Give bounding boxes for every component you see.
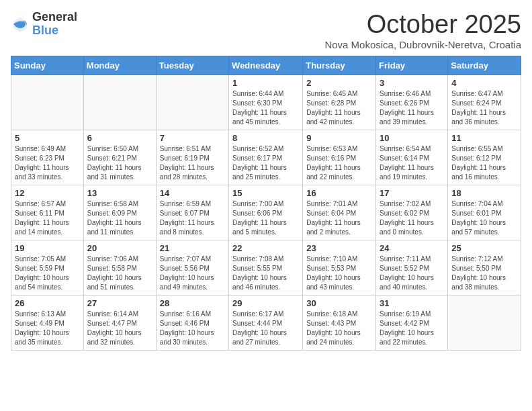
- day-info: Sunrise: 6:45 AM Sunset: 6:28 PM Dayligh…: [306, 89, 372, 127]
- calendar-day-cell: 26Sunrise: 6:13 AM Sunset: 4:49 PM Dayli…: [11, 295, 84, 350]
- calendar-day-cell: 30Sunrise: 6:18 AM Sunset: 4:43 PM Dayli…: [303, 295, 376, 350]
- calendar-day-cell: 20Sunrise: 7:06 AM Sunset: 5:58 PM Dayli…: [83, 240, 156, 295]
- month-title: October 2025: [324, 11, 521, 39]
- day-info: Sunrise: 7:00 AM Sunset: 6:06 PM Dayligh…: [232, 199, 299, 237]
- calendar-day-cell: 8Sunrise: 6:52 AM Sunset: 6:17 PM Daylig…: [229, 130, 303, 185]
- day-number: 29: [232, 298, 299, 308]
- weekday-header: Friday: [376, 56, 448, 75]
- calendar-day-cell: 15Sunrise: 7:00 AM Sunset: 6:06 PM Dayli…: [229, 185, 303, 240]
- day-info: Sunrise: 7:02 AM Sunset: 6:02 PM Dayligh…: [380, 199, 444, 237]
- day-number: 2: [306, 78, 372, 88]
- day-info: Sunrise: 7:10 AM Sunset: 5:53 PM Dayligh…: [306, 255, 372, 292]
- calendar-day-cell: [156, 75, 228, 130]
- day-number: 5: [15, 133, 80, 143]
- calendar-day-cell: 31Sunrise: 6:19 AM Sunset: 4:42 PM Dayli…: [376, 295, 448, 350]
- calendar-table: SundayMondayTuesdayWednesdayThursdayFrid…: [11, 56, 521, 351]
- calendar-day-cell: 17Sunrise: 7:02 AM Sunset: 6:02 PM Dayli…: [376, 185, 448, 240]
- day-number: 13: [87, 188, 152, 198]
- day-number: 7: [160, 133, 225, 143]
- logo: General Blue: [11, 11, 77, 38]
- page-header: General Blue October 2025 Nova Mokosica,…: [11, 11, 521, 50]
- day-number: 4: [451, 78, 517, 88]
- day-info: Sunrise: 6:57 AM Sunset: 6:11 PM Dayligh…: [15, 199, 80, 237]
- calendar-day-cell: 7Sunrise: 6:51 AM Sunset: 6:19 PM Daylig…: [156, 130, 228, 185]
- calendar-day-cell: 9Sunrise: 6:53 AM Sunset: 6:16 PM Daylig…: [303, 130, 376, 185]
- day-number: 8: [232, 133, 299, 143]
- calendar-day-cell: 12Sunrise: 6:57 AM Sunset: 6:11 PM Dayli…: [11, 185, 84, 240]
- day-info: Sunrise: 6:53 AM Sunset: 6:16 PM Dayligh…: [306, 144, 372, 182]
- day-info: Sunrise: 6:52 AM Sunset: 6:17 PM Dayligh…: [232, 144, 299, 182]
- calendar-day-cell: 29Sunrise: 6:17 AM Sunset: 4:44 PM Dayli…: [229, 295, 303, 350]
- day-number: 24: [380, 243, 444, 253]
- day-number: 14: [160, 188, 225, 198]
- title-section: October 2025 Nova Mokosica, Dubrovnik-Ne…: [324, 11, 521, 50]
- day-info: Sunrise: 7:11 AM Sunset: 5:52 PM Dayligh…: [380, 255, 444, 292]
- day-number: 9: [306, 133, 372, 143]
- calendar-day-cell: 3Sunrise: 6:46 AM Sunset: 6:26 PM Daylig…: [376, 75, 448, 130]
- day-info: Sunrise: 6:16 AM Sunset: 4:46 PM Dayligh…: [160, 310, 225, 347]
- day-info: Sunrise: 7:04 AM Sunset: 6:01 PM Dayligh…: [451, 199, 517, 237]
- calendar-day-cell: 6Sunrise: 6:50 AM Sunset: 6:21 PM Daylig…: [83, 130, 156, 185]
- calendar-day-cell: 23Sunrise: 7:10 AM Sunset: 5:53 PM Dayli…: [303, 240, 376, 295]
- day-number: 30: [306, 298, 372, 308]
- calendar-day-cell: 11Sunrise: 6:55 AM Sunset: 6:12 PM Dayli…: [448, 130, 521, 185]
- day-number: 19: [15, 243, 80, 253]
- calendar-header: SundayMondayTuesdayWednesdayThursdayFrid…: [11, 56, 521, 75]
- day-info: Sunrise: 6:19 AM Sunset: 4:42 PM Dayligh…: [380, 310, 444, 347]
- logo-icon: [11, 15, 30, 34]
- calendar-day-cell: 21Sunrise: 7:07 AM Sunset: 5:56 PM Dayli…: [156, 240, 228, 295]
- day-info: Sunrise: 6:46 AM Sunset: 6:26 PM Dayligh…: [380, 89, 444, 127]
- weekday-header: Tuesday: [156, 56, 228, 75]
- day-info: Sunrise: 6:17 AM Sunset: 4:44 PM Dayligh…: [232, 310, 299, 347]
- calendar-day-cell: 14Sunrise: 6:59 AM Sunset: 6:07 PM Dayli…: [156, 185, 228, 240]
- calendar-week-row: 19Sunrise: 7:05 AM Sunset: 5:59 PM Dayli…: [11, 240, 521, 295]
- calendar-day-cell: 1Sunrise: 6:44 AM Sunset: 6:30 PM Daylig…: [229, 75, 303, 130]
- day-number: 27: [87, 298, 152, 308]
- day-number: 16: [306, 188, 372, 198]
- calendar-day-cell: 18Sunrise: 7:04 AM Sunset: 6:01 PM Dayli…: [448, 185, 521, 240]
- day-number: 17: [380, 188, 444, 198]
- calendar-day-cell: 27Sunrise: 6:14 AM Sunset: 4:47 PM Dayli…: [83, 295, 156, 350]
- day-info: Sunrise: 7:01 AM Sunset: 6:04 PM Dayligh…: [306, 199, 372, 237]
- day-number: 22: [232, 243, 299, 253]
- day-number: 18: [451, 188, 517, 198]
- day-number: 11: [451, 133, 517, 143]
- weekday-header: Wednesday: [229, 56, 303, 75]
- logo-general-text: General: [32, 11, 77, 24]
- day-info: Sunrise: 6:58 AM Sunset: 6:09 PM Dayligh…: [87, 199, 152, 237]
- calendar-week-row: 1Sunrise: 6:44 AM Sunset: 6:30 PM Daylig…: [11, 75, 521, 130]
- day-number: 28: [160, 298, 225, 308]
- calendar-day-cell: [83, 75, 156, 130]
- day-info: Sunrise: 6:44 AM Sunset: 6:30 PM Dayligh…: [232, 89, 299, 127]
- day-number: 12: [15, 188, 80, 198]
- day-number: 1: [232, 78, 299, 88]
- weekday-header: Monday: [83, 56, 156, 75]
- calendar-day-cell: [448, 295, 521, 350]
- calendar-day-cell: 24Sunrise: 7:11 AM Sunset: 5:52 PM Dayli…: [376, 240, 448, 295]
- calendar-day-cell: 10Sunrise: 6:54 AM Sunset: 6:14 PM Dayli…: [376, 130, 448, 185]
- day-info: Sunrise: 6:47 AM Sunset: 6:24 PM Dayligh…: [451, 89, 517, 127]
- calendar-day-cell: 19Sunrise: 7:05 AM Sunset: 5:59 PM Dayli…: [11, 240, 84, 295]
- calendar-day-cell: 16Sunrise: 7:01 AM Sunset: 6:04 PM Dayli…: [303, 185, 376, 240]
- calendar-body: 1Sunrise: 6:44 AM Sunset: 6:30 PM Daylig…: [11, 75, 521, 350]
- calendar-day-cell: 22Sunrise: 7:08 AM Sunset: 5:55 PM Dayli…: [229, 240, 303, 295]
- day-number: 25: [451, 243, 517, 253]
- day-info: Sunrise: 7:06 AM Sunset: 5:58 PM Dayligh…: [87, 255, 152, 292]
- calendar-day-cell: 28Sunrise: 6:16 AM Sunset: 4:46 PM Dayli…: [156, 295, 228, 350]
- day-number: 26: [15, 298, 80, 308]
- day-info: Sunrise: 6:55 AM Sunset: 6:12 PM Dayligh…: [451, 144, 517, 182]
- day-number: 20: [87, 243, 152, 253]
- day-number: 15: [232, 188, 299, 198]
- logo-text: General Blue: [32, 11, 77, 38]
- day-number: 23: [306, 243, 372, 253]
- calendar-day-cell: 5Sunrise: 6:49 AM Sunset: 6:23 PM Daylig…: [11, 130, 84, 185]
- weekday-header: Sunday: [11, 56, 84, 75]
- day-info: Sunrise: 6:54 AM Sunset: 6:14 PM Dayligh…: [380, 144, 444, 182]
- day-number: 6: [87, 133, 152, 143]
- day-info: Sunrise: 6:14 AM Sunset: 4:47 PM Dayligh…: [87, 310, 152, 347]
- calendar-week-row: 12Sunrise: 6:57 AM Sunset: 6:11 PM Dayli…: [11, 185, 521, 240]
- day-info: Sunrise: 6:49 AM Sunset: 6:23 PM Dayligh…: [15, 144, 80, 182]
- weekday-header: Saturday: [448, 56, 521, 75]
- location-subtitle: Nova Mokosica, Dubrovnik-Neretva, Croati…: [324, 39, 521, 50]
- day-number: 10: [380, 133, 444, 143]
